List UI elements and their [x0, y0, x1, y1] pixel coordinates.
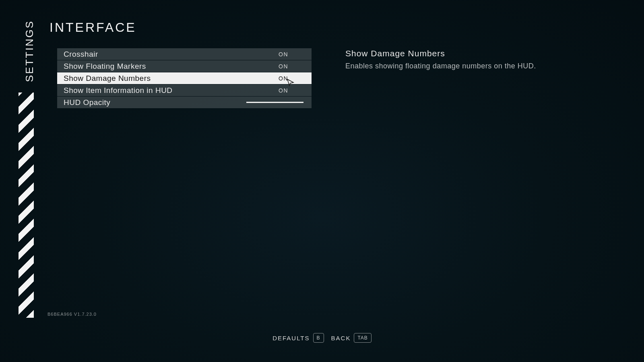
footer-label: BACK [331, 335, 351, 341]
option-label: Show Item Information in HUD [64, 86, 279, 95]
footer-label: DEFAULTS [272, 335, 310, 341]
page-title: INTERFACE [50, 20, 136, 35]
option-show-damage-numbers[interactable]: Show Damage Numbers ON [57, 72, 312, 84]
back-button[interactable]: BACK TAB [331, 333, 372, 343]
option-label: HUD Opacity [64, 98, 246, 107]
option-value[interactable]: ON [279, 87, 288, 94]
option-label: Crosshair [64, 50, 279, 59]
option-show-item-info-hud[interactable]: Show Item Information in HUD ON [57, 84, 312, 96]
option-label: Show Floating Markers [64, 62, 279, 71]
description-panel: Show Damage Numbers Enables showing floa… [345, 49, 571, 71]
build-version: B6BEA966 V1.7.23.0 [47, 312, 97, 317]
option-show-floating-markers[interactable]: Show Floating Markers ON [57, 60, 312, 72]
option-hud-opacity[interactable]: HUD Opacity [57, 97, 312, 108]
description-body: Enables showing floating damage numbers … [345, 62, 571, 71]
hud-opacity-slider[interactable] [246, 102, 303, 103]
option-label: Show Damage Numbers [64, 74, 279, 83]
sidebar-settings-label: SETTINGS [23, 20, 36, 82]
option-crosshair[interactable]: Crosshair ON [57, 48, 312, 60]
hazard-stripe-decoration [19, 93, 34, 318]
keycap-tab: TAB [354, 333, 371, 343]
option-value[interactable]: ON [279, 51, 288, 58]
option-value[interactable]: ON [279, 63, 288, 70]
footer-controls: DEFAULTS B BACK TAB [0, 333, 644, 343]
option-value[interactable]: ON [279, 75, 288, 82]
defaults-button[interactable]: DEFAULTS B [272, 333, 324, 343]
description-title: Show Damage Numbers [345, 49, 571, 58]
keycap-b: B [313, 333, 324, 343]
options-list: Crosshair ON Show Floating Markers ON Sh… [57, 48, 312, 108]
